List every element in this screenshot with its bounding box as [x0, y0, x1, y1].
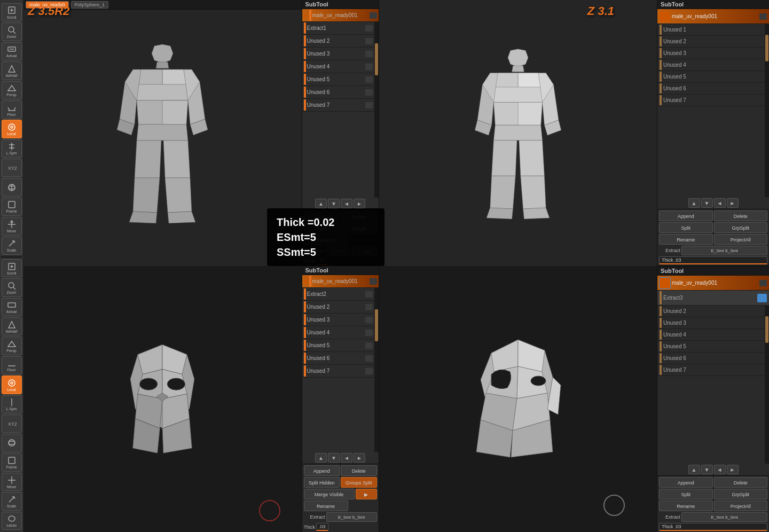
subtool-item-u3-bot[interactable]: Unused 3 [302, 314, 374, 326]
subtool-item-u7-bot[interactable]: Unused 7 [302, 365, 374, 378]
viewport-bottom-right[interactable] [379, 266, 657, 532]
nav-paste-bot[interactable]: ► [354, 453, 365, 463]
rp-item-u4-bot[interactable]: Unused 4 [657, 329, 765, 341]
rp-projectall-btn-bot[interactable]: ProjectAll [714, 500, 768, 511]
toolbar-btn-scale-top[interactable]: Scale [2, 237, 22, 255]
groups-split-btn[interactable]: Groups Split [341, 477, 377, 488]
toolbar-btn-lasso[interactable]: Lasso [2, 512, 22, 530]
subtool-item-u6-bot[interactable]: Unused 6 [302, 352, 374, 365]
nav-up-bot[interactable]: ▲ [315, 453, 327, 463]
nav-up-top[interactable]: ▲ [315, 199, 327, 208]
subtool-item-u4-top[interactable]: Unused 4 [302, 60, 374, 73]
nav-down-top[interactable]: ▼ [328, 199, 340, 208]
subtool-item-extract1[interactable]: Extract1 [302, 22, 374, 35]
subtool-item-u5-bot[interactable]: Unused 5 [302, 339, 374, 352]
nav-paste-top[interactable]: ► [354, 199, 365, 208]
rp-nav-up-top[interactable]: ▲ [688, 198, 700, 208]
toolbar-btn-zoom2[interactable]: Zoom [2, 278, 22, 296]
rp-item-u7-bot[interactable]: Unused 7 [657, 364, 765, 376]
rp-rename-btn-bot[interactable]: Rename [659, 500, 713, 511]
split-hidden-btn[interactable]: Split Hidden [304, 477, 340, 488]
toolbar-btn-xyz2[interactable]: XYZ [2, 414, 22, 433]
extract-esmt-bot[interactable]: E_Smt S_Smt [326, 512, 377, 522]
toolbar-btn-local2[interactable]: Local [2, 375, 22, 394]
thick-val-bot[interactable]: .03 [316, 523, 328, 531]
rp-nav-up-bot[interactable]: ▲ [688, 465, 700, 474]
subtool-item-u5-top[interactable]: Unused 5 [302, 73, 374, 86]
merge-visible-btn[interactable]: Merge Visible [304, 489, 355, 499]
rp-item-u7-top[interactable]: Unused 7 [657, 95, 765, 106]
toolbar-btn-scroll2[interactable]: Scroll [2, 259, 22, 277]
toolbar-btn-frame[interactable]: Frame [2, 198, 22, 216]
rp-scrollbar-top[interactable] [765, 24, 769, 197]
rp-grpsplit-btn-bot[interactable]: GrpSplit [714, 489, 768, 499]
tab-polysphere[interactable]: PolySphere_1 [71, 1, 109, 9]
rp-nav-left-bot[interactable]: ◄ [714, 465, 726, 474]
subtool-item-u7-top[interactable]: Unused 7 [302, 99, 374, 112]
toolbar-btn-gyro2[interactable] [2, 434, 22, 452]
subtool-item-u6-top[interactable]: Unused 6 [302, 86, 374, 99]
subtool-scrollbar-bot[interactable] [374, 288, 379, 452]
rp-item-u3-bot[interactable]: Unused 3 [657, 317, 765, 329]
toolbar-btn-move2[interactable]: Move [2, 473, 22, 491]
toolbar-btn-aahalf[interactable]: AAHalf [2, 61, 22, 80]
append-btn-bot[interactable]: Append [304, 465, 340, 476]
rp-projectall-btn-top[interactable]: ProjectAll [714, 234, 768, 245]
toolbar-btn-actual[interactable]: Actual [2, 42, 22, 60]
subtool-item-u3-top[interactable]: Unused 3 [302, 48, 374, 60]
toolbar-btn-lsym[interactable]: L.Sym [2, 139, 22, 158]
rp-item-u3-top[interactable]: Unused 3 [657, 48, 765, 59]
viewport-top-left[interactable]: male_uv_ready0 PolySphere_1 Z 3.5R2 [23, 0, 302, 266]
rp-nav-down-bot[interactable]: ▼ [701, 465, 713, 474]
rp-item-u4-top[interactable]: Unused 4 [657, 59, 765, 71]
rp-thick-val-top[interactable]: Thick .03 [659, 256, 767, 264]
toolbar-btn-persp[interactable]: Persp [2, 81, 22, 99]
subtool-item-active-bot[interactable]: male_uv_ready001 [302, 275, 379, 288]
rp-item-u5-bot[interactable]: Unused 5 [657, 341, 765, 353]
delete-btn-bot[interactable]: Delete [341, 465, 377, 476]
rp-nav-down-top[interactable]: ▼ [701, 198, 713, 208]
toolbar-btn-floor2[interactable]: Floor [2, 356, 22, 374]
toolbar-btn-move-top[interactable]: Move [2, 217, 22, 235]
toolbar-btn-lsym2[interactable]: L.Sym [2, 395, 22, 413]
subtool-item-active-top[interactable]: male_uv_ready001 [302, 9, 379, 22]
rp-active-item-bot[interactable]: male_uv_ready001 [657, 276, 769, 291]
subtool-item-u4-bot[interactable]: Unused 4 [302, 326, 374, 339]
rp-grpsplit-btn-top[interactable]: GrpSplit [714, 222, 768, 233]
toolbar-btn-aahalf2[interactable]: AAHalf [2, 317, 22, 335]
rp-delete-btn-top[interactable]: Delete [714, 210, 768, 221]
rp-rename-btn-top[interactable]: Rename [659, 234, 713, 245]
rp-item-vis-top[interactable] [759, 13, 767, 20]
rp-item-u2-top[interactable]: Unused 2 [657, 36, 765, 48]
subtool-vis-active-top[interactable] [370, 12, 377, 19]
rp-nav-right-top[interactable]: ► [727, 198, 739, 208]
subtool-item-u2-top[interactable]: Unused 2 [302, 35, 374, 48]
rp-append-btn-bot[interactable]: Append [659, 477, 713, 488]
nav-down-bot[interactable]: ▼ [328, 453, 340, 463]
toolbar-btn-scroll[interactable]: Scroll [2, 3, 22, 21]
rp-active-item-top[interactable]: male_uv_ready001 [657, 9, 769, 24]
rp-append-btn-top[interactable]: Append [659, 210, 713, 221]
rp-item-u6-top[interactable]: Unused 6 [657, 83, 765, 95]
rp-split-btn-bot[interactable]: Split [659, 489, 713, 499]
rp-thick-val-bot[interactable]: Thick .03 [659, 523, 767, 531]
rp-extract-esmt-top[interactable]: E_Smt S_Smt [681, 246, 767, 255]
rp-item-vis-bot[interactable] [759, 280, 767, 286]
rp-delete-btn-bot[interactable]: Delete [714, 477, 768, 488]
rp-item-u5-top[interactable]: Unused 5 [657, 71, 765, 83]
subtool-vis-e1[interactable] [365, 25, 373, 32]
toolbar-btn-actual2[interactable]: Actual [2, 298, 22, 316]
toolbar-btn-gyro[interactable] [2, 178, 22, 196]
rp-scrollbar-bot[interactable] [765, 306, 769, 464]
toolbar-btn-frame2[interactable]: Frame [2, 453, 22, 472]
subtool-scrollbar-top[interactable] [374, 22, 379, 198]
subtool-vis-active-bot[interactable] [370, 278, 377, 285]
viewport-bottom-left[interactable] [23, 266, 302, 532]
rp-nav-right-bot[interactable]: ► [727, 465, 739, 474]
rp-item-u2-bot[interactable]: Unused 2 [657, 306, 765, 317]
nav-copy-bot[interactable]: ◄ [341, 453, 352, 463]
rp-nav-left-top[interactable]: ◄ [714, 198, 726, 208]
rp-item-u1-top[interactable]: Unused 1 [657, 24, 765, 36]
merge-btn-bot[interactable]: ▶ [356, 489, 377, 499]
subtool-item-u2-bot[interactable]: Unused 2 [302, 301, 374, 314]
